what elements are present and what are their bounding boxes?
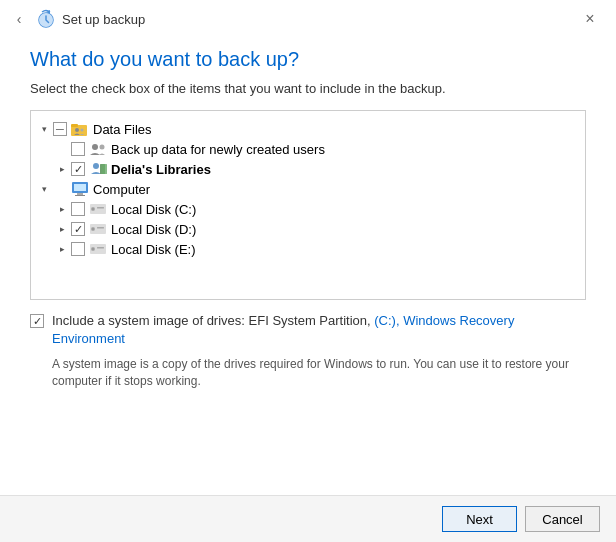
system-image-description: A system image is a copy of the drives r… — [52, 356, 586, 390]
label-backup-new-users: Back up data for newly created users — [111, 142, 325, 157]
svg-point-7 — [92, 144, 98, 150]
svg-point-8 — [100, 145, 105, 150]
system-image-label: Include a system image of drives: EFI Sy… — [52, 312, 586, 348]
checkbox-local-disk-d[interactable] — [71, 222, 85, 236]
page-title: What do you want to back up? — [30, 48, 586, 71]
svg-rect-4 — [71, 124, 78, 127]
svg-point-18 — [92, 208, 94, 210]
tree-item-local-disk-d[interactable]: Local Disk (D:) — [31, 219, 585, 239]
label-computer: Computer — [93, 182, 150, 197]
title-bar-left: ‹ Set up backup — [8, 8, 145, 30]
expand-disk-c-icon — [55, 202, 69, 216]
system-image-drive-c-link[interactable]: (C:), — [374, 313, 399, 328]
system-image-row: Include a system image of drives: EFI Sy… — [30, 312, 586, 348]
expand-delias-icon — [55, 162, 69, 176]
disk-e-icon — [89, 241, 107, 257]
svg-rect-11 — [102, 164, 107, 174]
svg-rect-23 — [97, 227, 104, 229]
computer-icon — [71, 181, 89, 197]
title-bar: ‹ Set up backup × — [0, 0, 616, 38]
label-data-files: Data Files — [93, 122, 152, 137]
checkbox-backup-new-users[interactable] — [71, 142, 85, 156]
checkbox-local-disk-c[interactable] — [71, 202, 85, 216]
backup-tree[interactable]: Data Files Back up data for newly create… — [30, 110, 586, 300]
checkbox-delias-libraries[interactable] — [71, 162, 85, 176]
disk-d-icon — [89, 221, 107, 237]
svg-point-26 — [92, 248, 94, 250]
window-title: Set up backup — [62, 12, 145, 27]
tree-item-delias-libraries[interactable]: Delia's Libraries — [31, 159, 585, 179]
svg-rect-14 — [77, 193, 83, 195]
svg-rect-13 — [74, 184, 86, 191]
svg-point-6 — [81, 129, 84, 132]
svg-point-5 — [75, 128, 79, 132]
svg-rect-19 — [97, 207, 104, 209]
tree-item-data-files[interactable]: Data Files — [31, 119, 585, 139]
checkbox-data-files[interactable] — [53, 122, 67, 136]
users-icon — [89, 141, 107, 157]
svg-point-22 — [92, 228, 94, 230]
close-button[interactable]: × — [576, 8, 604, 30]
disk-c-icon — [89, 201, 107, 217]
expand-data-files-icon — [37, 122, 51, 136]
main-content: What do you want to back up? Select the … — [0, 38, 616, 416]
folder-users-icon — [71, 121, 89, 137]
label-local-disk-e: Local Disk (E:) — [111, 242, 196, 257]
label-delias-libraries: Delia's Libraries — [111, 162, 211, 177]
tree-item-backup-new-users[interactable]: Back up data for newly created users — [31, 139, 585, 159]
system-image-text-prefix: Include a system image of drives: — [52, 313, 245, 328]
tree-item-computer[interactable]: Computer — [31, 179, 585, 199]
svg-rect-27 — [97, 247, 104, 249]
expand-disk-e-icon — [55, 242, 69, 256]
label-local-disk-c: Local Disk (C:) — [111, 202, 196, 217]
button-row: Next Cancel — [0, 495, 616, 542]
back-button[interactable]: ‹ — [8, 8, 30, 30]
cancel-button[interactable]: Cancel — [525, 506, 600, 532]
next-button[interactable]: Next — [442, 506, 517, 532]
backup-icon — [36, 9, 56, 29]
page-subtitle: Select the check box of the items that y… — [30, 81, 586, 96]
tree-item-local-disk-e[interactable]: Local Disk (E:) — [31, 239, 585, 259]
tree-item-local-disk-c[interactable]: Local Disk (C:) — [31, 199, 585, 219]
system-image-checkbox[interactable] — [30, 314, 44, 328]
expand-disk-d-icon — [55, 222, 69, 236]
system-image-drives-plain: EFI System Partition, — [249, 313, 375, 328]
label-local-disk-d: Local Disk (D:) — [111, 222, 196, 237]
expand-computer-icon — [37, 182, 51, 196]
library-icon — [89, 161, 107, 177]
svg-rect-15 — [75, 195, 85, 196]
svg-point-9 — [93, 163, 99, 169]
checkbox-local-disk-e[interactable] — [71, 242, 85, 256]
